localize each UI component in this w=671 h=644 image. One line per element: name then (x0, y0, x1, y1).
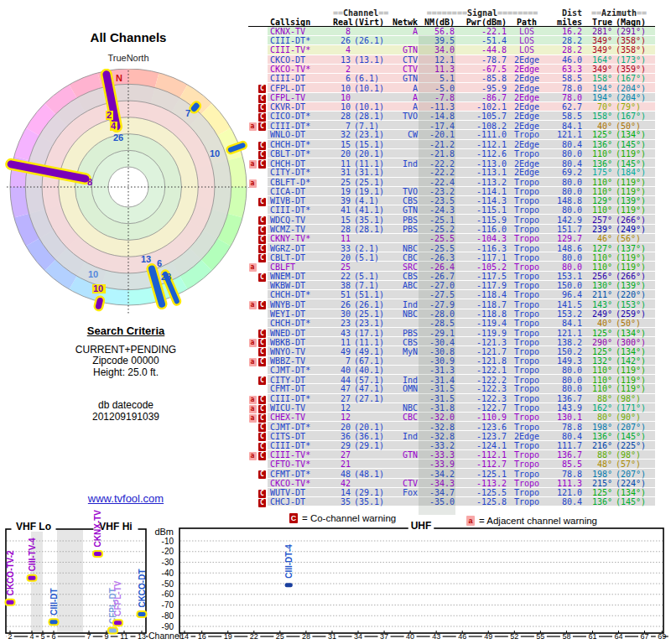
virtual-channel-cell: (35.1) (351, 497, 388, 506)
group-dist: Dist (546, 8, 583, 18)
path-cell: Tropo (507, 290, 546, 299)
real-channel-cell: 28 (333, 112, 351, 121)
nm-cell: -25.2 (419, 225, 455, 234)
distance-cell: 138.2 (546, 338, 583, 347)
co-channel-warning-icon: C (258, 122, 266, 131)
table-row: CHCH-DT*23(23.1)-28.5-119.4Tropo84.140°(… (248, 319, 655, 328)
table-row: CCFPL-TV10A-7.8-86.72Edge78.0194°(204°) (248, 93, 655, 102)
network-cell: TVO (388, 112, 419, 121)
table-row: aCWBBZ-TV7(67.1)-30.9-121.8Tropo149.3132… (248, 356, 655, 366)
dbm-axis-label: dBm (154, 527, 174, 537)
chart-title: UHF (411, 520, 432, 532)
dbm-tick-label: -60 (162, 589, 174, 599)
distance-cell: 96.4 (546, 290, 583, 299)
co-channel-warning-icon: C (258, 273, 266, 282)
table-row: CCFPL-DT10(10.1)A-5.0-95.92Edge78.0194°(… (248, 83, 655, 92)
distance-cell: 84.1 (546, 319, 583, 328)
col-true: True (583, 18, 613, 27)
uhf-chart-box (179, 528, 663, 633)
network-cell: Ind (388, 432, 419, 441)
path-cell: Tropo (507, 338, 546, 347)
true-north-label: TrueNorth (0, 53, 257, 63)
magnetic-azimuth-cell: (57°) (613, 460, 655, 469)
adjacent-warning-icon: a (249, 452, 257, 460)
true-azimuth-cell: 162° (583, 403, 613, 413)
pwr-cell: -117.5 (455, 272, 507, 281)
callsign-cell: CFMT-DT (268, 384, 333, 393)
warning-c-cell: C (257, 413, 268, 423)
col-miles: miles (546, 18, 583, 27)
magnetic-azimuth-cell: (90°) (613, 413, 655, 422)
nm-cell: -27.5 (419, 290, 455, 299)
pwr-cell: -122.3 (455, 394, 507, 403)
pwr-cell: -105.7 (455, 112, 507, 121)
callsign-cell: CKCO-TV* (268, 65, 333, 74)
radar-channel-label: N (116, 73, 122, 83)
distance-cell: 58.5 (546, 112, 583, 121)
station-marker-label: CKCO-TV-2 (6, 550, 15, 595)
co-channel-warning-icon: C (258, 452, 266, 460)
network-cell: Ind (388, 159, 419, 169)
virtual-channel-cell: (40.1) (351, 366, 388, 375)
nm-cell: 5.1 (419, 74, 455, 83)
path-cell: Tropo (507, 319, 546, 328)
real-channel-cell: 19 (333, 187, 351, 196)
warning-c-cell: C (257, 149, 268, 159)
group-signal: ========Signal======== (419, 8, 546, 18)
callsign-cell: WNED-DT (268, 329, 333, 338)
nm-cell: -31.5 (419, 384, 455, 393)
warning-a-cell: a (248, 178, 257, 188)
table-row: CJMT-DT*40(40.1)-31.3-122.1Tropo80.0110°… (248, 366, 655, 375)
nm-cell: -32.0 (419, 413, 455, 422)
path-cell: Tropo (507, 205, 546, 215)
tvfool-link[interactable]: www.tvfool.com (88, 492, 164, 505)
distance-cell: 150.2 (546, 347, 583, 356)
nm-cell: -25.5 (419, 244, 455, 253)
path-cell: Tropo (507, 196, 546, 205)
warning-c-cell: C (257, 394, 268, 404)
pwr-cell: -111.0 (455, 130, 507, 139)
channel-tick-label: 43 (432, 632, 440, 641)
magnetic-azimuth-cell: (119°) (613, 253, 655, 262)
real-channel-cell: 20 (333, 253, 351, 262)
table-row: CCHCH-DT*15(15.1)-21.2-112.12Edge80.4136… (248, 140, 655, 149)
warning-c-cell: C (257, 93, 268, 103)
distance-cell: 111.7 (546, 441, 583, 450)
co-channel-warning-icon: C (258, 499, 266, 507)
true-azimuth-cell: 130° (583, 281, 613, 290)
nm-cell: -33.3 (419, 450, 455, 460)
distance-cell: 46.0 (546, 55, 583, 65)
network-cell: NBC (388, 403, 419, 413)
table-row: CKCO-TV*42CTV-34.3-113.2Tropo111.3215°(2… (248, 479, 655, 488)
radar-channel-label: 4 (111, 121, 117, 131)
table-row: CIII-DT6(6.1)GTN5.1-85.82Edge58.5158°(16… (248, 74, 655, 83)
nm-cell: -26.7 (419, 272, 455, 281)
real-channel-cell: 32 (333, 130, 351, 139)
real-channel-cell: 7 (333, 356, 351, 366)
virtual-channel-cell: (26.1) (351, 36, 388, 45)
virtual-channel-cell: (5.1) (351, 272, 388, 281)
true-azimuth-cell: 40° (583, 122, 613, 131)
path-cell: Tropo (507, 216, 546, 225)
nm-cell: -31.4 (419, 376, 455, 385)
callsign-cell: CHEX-TV (268, 413, 333, 422)
network-cell: CBS (388, 196, 419, 205)
network-cell: PBS (388, 225, 419, 234)
table-row: CCBLT-DT20(5.1)CBC-26.3-117.1Tropo80.011… (248, 252, 655, 262)
col-path: Path (507, 18, 546, 27)
pwr-cell: -118.4 (455, 290, 507, 299)
path-cell: Tropo (507, 300, 546, 309)
network-cell: SRC (388, 262, 419, 272)
path-cell: 2Edge (507, 168, 546, 177)
true-azimuth-cell: 211° (583, 290, 613, 299)
distance-cell: 80.0 (546, 262, 583, 272)
path-cell: 2Edge (507, 74, 546, 83)
table-row: CIII-DT*41(41.1)GTN-24.3-115.1Tropo80.01… (248, 205, 655, 215)
real-channel-cell: 26 (333, 36, 351, 45)
warning-a-cell: a (248, 450, 257, 460)
nm-cell: 39.5 (419, 36, 455, 45)
channel-tick-label: 58 (562, 632, 570, 641)
real-channel-cell: 40 (333, 366, 351, 375)
true-azimuth-cell: 88° (583, 394, 613, 403)
path-cell: 2Edge (507, 122, 546, 131)
